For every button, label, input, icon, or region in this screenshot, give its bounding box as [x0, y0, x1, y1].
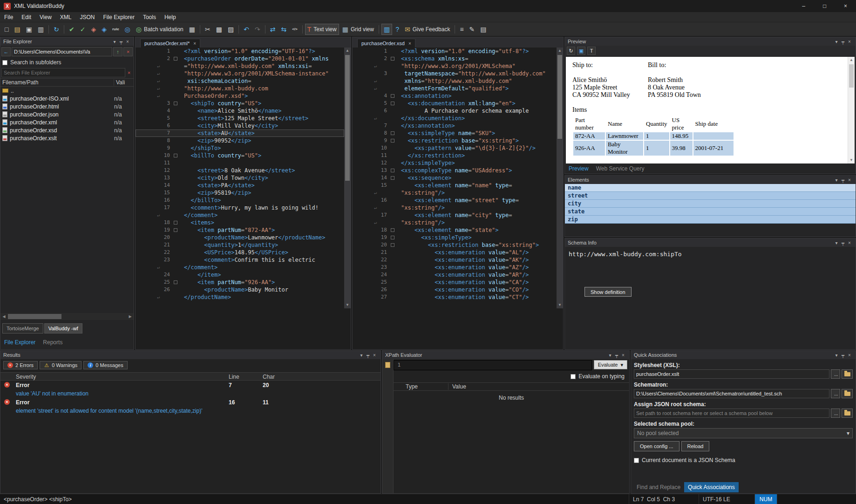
up-folder-icon[interactable]: ↑ [113, 47, 122, 56]
editor-xsd-scrollbar[interactable]: ▲ ▼ [557, 48, 563, 308]
editor-xsd-body[interactable]: 1<?xml version="1.0" encoding="utf-8"?>2… [353, 48, 563, 350]
give-feedback-button[interactable]: ✉Give Feedback [402, 24, 452, 35]
editor-line[interactable]: ↵"http://www.w3.org/2001/XMLSchema" [353, 62, 557, 70]
back-icon[interactable]: ← [1, 47, 11, 56]
export-button[interactable]: ▤ [478, 24, 489, 35]
redo-button[interactable]: ↷ [252, 24, 263, 35]
evaluate-on-typing-checkbox[interactable] [571, 374, 576, 379]
menu-tools[interactable]: Tools [139, 13, 160, 22]
close-icon[interactable]: × [835, 0, 856, 12]
search-subfolders-checkbox[interactable] [2, 60, 7, 65]
file-row[interactable]: purchaseOrder.jsonn/a [0, 110, 134, 118]
pin-icon[interactable]: ┯ [840, 177, 846, 183]
validate-document-button[interactable]: ✔ [67, 24, 77, 35]
close-icon[interactable]: × [846, 177, 853, 183]
rule-button[interactable]: rule [110, 24, 122, 35]
editor-line[interactable]: 26 <productName>Baby Monitor [136, 286, 344, 293]
copy-button[interactable]: ▩ [214, 24, 224, 35]
menu-edit[interactable]: Edit [17, 13, 35, 22]
menu-xml[interactable]: XML [56, 13, 76, 22]
editor-line[interactable]: 18 <items> [136, 219, 344, 226]
chevron-down-icon[interactable]: ▾ [833, 353, 840, 358]
scroll-right-icon[interactable]: ▶ [127, 314, 134, 319]
editor-xml-body[interactable]: 1<?xml version="1.0" encoding="UTF-16"?>… [136, 48, 351, 350]
editor-line[interactable]: 1<?xml version="1.0" encoding="UTF-16"?> [136, 48, 344, 55]
close-tab-icon[interactable]: × [408, 41, 411, 46]
file-row[interactable]: purchaseOrder.xsltn/a [0, 134, 134, 142]
menu-view[interactable]: View [35, 13, 56, 22]
fold-icon[interactable] [391, 131, 394, 135]
column-char[interactable]: Char [263, 374, 275, 380]
print-button[interactable]: ▥ [35, 24, 46, 35]
clear-search-icon[interactable]: × [125, 70, 133, 75]
xpath-expression-input[interactable] [402, 361, 591, 370]
editor-line[interactable]: 5 <xs:documentation xml:lang="en"> [353, 100, 557, 107]
editor-xml-scrollbar[interactable]: ▲ ▼ [344, 48, 351, 308]
text-view-button[interactable]: TText view [305, 24, 339, 35]
scroll-left-icon[interactable]: ◀ [0, 314, 7, 319]
editor-line[interactable]: ↵"xs:string"/> [353, 189, 557, 197]
close-icon[interactable]: × [124, 39, 131, 44]
scroll-down-icon[interactable]: ▼ [557, 302, 563, 308]
fold-icon[interactable] [391, 169, 394, 172]
grid-view-button[interactable]: ▦Grid view [340, 24, 376, 35]
result-row[interactable]: ×Error1611 [0, 398, 380, 407]
menu-file[interactable]: File [0, 13, 17, 22]
editor-line[interactable]: 20 <xs:restriction base="xs:string"> [353, 241, 557, 249]
browse-stylesheet-button[interactable]: ... [831, 369, 840, 379]
editor-line[interactable]: ↵ elementFormDefault="qualified"> [353, 85, 557, 92]
editor-line[interactable]: 25 <xs:enumeration value="CA"/> [353, 279, 557, 286]
file-row[interactable]: purchaseOrder.htmln/a [0, 102, 134, 110]
editor-xml-code-area[interactable]: 1<?xml version="1.0" encoding="UTF-16"?>… [136, 48, 344, 301]
editor-line[interactable]: 14 <state>PA</state> [136, 182, 344, 189]
tortoisemerge-button[interactable]: TortoiseMerge [2, 323, 43, 334]
editor-line[interactable]: 23 <comment>Confirm this is electric [136, 256, 344, 264]
editor-line[interactable]: 8 <xs:simpleType name="SKU"> [353, 129, 557, 137]
json-schema-input[interactable] [634, 409, 829, 418]
browse-json-schema-button[interactable]: ... [831, 409, 840, 418]
paste-button[interactable]: ▨ [225, 24, 236, 35]
console-button[interactable]: ≡ [457, 24, 466, 35]
filter-err-button[interactable]: ×2 Errors [3, 361, 38, 369]
json-schema-checkbox[interactable] [634, 458, 639, 463]
editor-line[interactable]: 13<xs:complexType name="USAddress"> [353, 167, 557, 174]
tab-purchaseorder-xml[interactable]: purchaseOrder.xml* × [140, 39, 200, 48]
grid-button[interactable]: ▦ [187, 24, 197, 35]
open-schematron-button[interactable] [842, 389, 853, 398]
editor-line[interactable]: 21 <quantity>1</quantity> [136, 241, 344, 249]
editor-line[interactable]: 18 <xs:element name="state"> [353, 226, 557, 234]
pin-icon[interactable]: ┯ [840, 39, 846, 44]
editor-line[interactable]: ↵</comment> [136, 264, 344, 271]
editor-line[interactable]: ↵"http://www.w3.org/2001/XMLSchema-insta… [136, 70, 344, 77]
editor-line[interactable]: 3 targetNamespace="http://www.xml-buddy.… [353, 70, 557, 77]
scroll-down-icon[interactable]: ▼ [344, 302, 351, 308]
fold-icon[interactable] [174, 102, 177, 105]
editor-line[interactable]: ↵</comment> [136, 211, 344, 219]
editor-line[interactable]: ↵"xs:string"/> [353, 219, 557, 226]
result-row[interactable]: ×Error720 [0, 381, 380, 389]
editor-line[interactable]: 25 <item partNum="926-AA"> [136, 279, 344, 286]
fold-icon[interactable] [174, 154, 177, 157]
editor-line[interactable]: ↵</productName> [136, 293, 344, 301]
file-list-hscrollbar[interactable]: ◀ ▶ [0, 313, 134, 320]
compare-files-button[interactable]: ⇄ [268, 24, 278, 35]
editor-line[interactable]: ↵="http://www.xml-buddy.com" xmlns:xsi= [136, 62, 344, 70]
editor-line[interactable]: 17 <xs:element name="city" type= [353, 211, 557, 219]
editor-line[interactable]: 14 <xs:sequence> [353, 174, 557, 182]
menu-json[interactable]: JSON [76, 13, 99, 22]
editor-line[interactable]: 11 </xs:restriction> [353, 152, 557, 159]
editor-line[interactable]: 1<?xml version="1.0" encoding="utf-8"?> [353, 48, 557, 55]
new-file-button[interactable]: □ [2, 24, 11, 35]
element-item-street[interactable]: street [565, 192, 856, 200]
show-definition-button[interactable]: Show definition [584, 287, 632, 297]
filter-warn-button[interactable]: ⚠0 Warnings [40, 361, 82, 369]
editor-line[interactable]: 10 <xs:pattern value="\d{3}-[A-Z]{2}"/> [353, 144, 557, 152]
search-input[interactable] [1, 68, 125, 77]
check-well-formed-button[interactable]: ✓ [78, 24, 88, 35]
tab-quick-associations[interactable]: Quick Associations [684, 482, 739, 492]
editor-line[interactable]: 5 <street>125 Maple Street</street> [136, 115, 344, 122]
pin-icon[interactable]: ┯ [840, 353, 846, 358]
element-item-city[interactable]: city [565, 200, 856, 208]
editor-line[interactable]: 12</xs:simpleType> [353, 159, 557, 167]
tab-web-service-query[interactable]: Web Service Query [592, 163, 648, 174]
